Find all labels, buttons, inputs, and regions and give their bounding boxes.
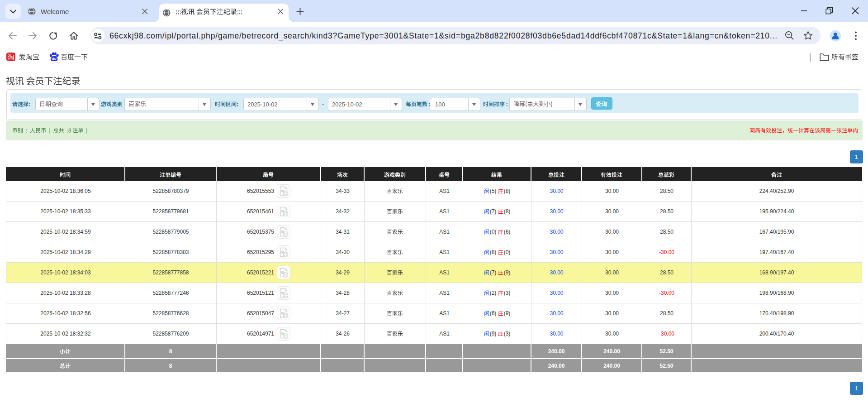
svg-text:du: du [52,57,57,61]
